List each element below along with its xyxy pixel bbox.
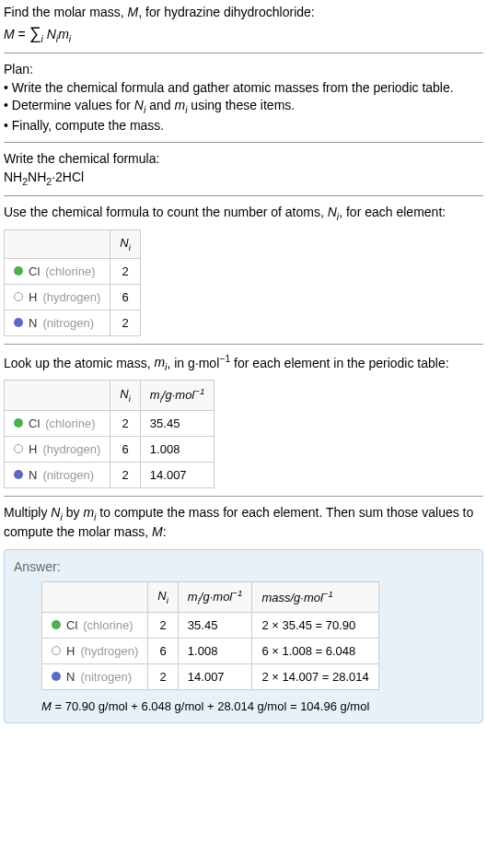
table-header-row: Ni [5, 229, 141, 258]
ni-cell: 2 [110, 410, 141, 436]
ni-cell: 2 [148, 663, 179, 689]
element-cell: N (nitrogen) [42, 663, 148, 689]
plan-title: Plan: [4, 61, 483, 79]
element-dot-icon [52, 620, 61, 629]
element-cell: N (nitrogen) [5, 462, 110, 487]
table-header-ni: Ni [110, 380, 141, 410]
element-cell: Cl (chlorine) [5, 258, 110, 284]
table-row: Cl (chlorine) 2 35.45 2 × 35.45 = 70.90 [42, 612, 379, 638]
table-header-empty [5, 380, 110, 410]
element-dot-icon [52, 672, 61, 681]
ni-cell: 2 [110, 462, 141, 487]
table-header-empty [5, 229, 110, 258]
answer-label: Answer: [14, 559, 473, 574]
lookup-table: Ni mi/g·mol−1 Cl (chlorine) 2 35.45 H (h… [4, 380, 215, 488]
ni-cell: 2 [148, 612, 179, 638]
multiply-text: Multiply Ni by mi to compute the mass fo… [4, 504, 483, 542]
plan-item: • Write the chemical formula and gather … [4, 79, 483, 98]
element-cell: N (nitrogen) [5, 310, 110, 335]
table-header-mass: mass/g·mol−1 [252, 581, 378, 612]
answer-box: Answer: Ni mi/g·mol−1 mass/g·mol−1 Cl (c… [4, 549, 483, 723]
table-row: N (nitrogen) 2 14.007 [5, 462, 215, 487]
divider [4, 344, 483, 345]
table-header-row: Ni mi/g·mol−1 mass/g·mol−1 [42, 581, 379, 612]
table-row: H (hydrogen) 6 1.008 [5, 436, 215, 462]
element-cell: H (hydrogen) [5, 436, 110, 462]
table-header-mi: mi/g·mol−1 [140, 380, 215, 410]
count-section: Use the chemical formula to count the nu… [4, 204, 483, 335]
intro-line: Find the molar mass, M, for hydrazine di… [4, 4, 483, 22]
ni-cell: 2 [110, 258, 141, 284]
element-cell: H (hydrogen) [5, 284, 110, 310]
table-row: H (hydrogen) 6 1.008 6 × 1.008 = 6.048 [42, 638, 379, 663]
ni-cell: 6 [110, 436, 141, 462]
table-row: N (nitrogen) 2 14.007 2 × 14.007 = 28.01… [42, 663, 379, 689]
divider [4, 496, 483, 497]
answer-table: Ni mi/g·mol−1 mass/g·mol−1 Cl (chlorine)… [41, 581, 379, 690]
multiply-section: Multiply Ni by mi to compute the mass fo… [4, 504, 483, 542]
count-table: Ni Cl (chlorine) 2 H (hydrogen) 6 N (nit… [4, 229, 141, 336]
element-dot-icon [52, 646, 61, 655]
table-header-ni: Ni [110, 229, 141, 258]
formula-title: Write the chemical formula: [4, 150, 483, 169]
count-title: Use the chemical formula to count the nu… [4, 204, 483, 223]
lookup-title: Look up the atomic mass, mi, in g·mol−1 … [4, 352, 483, 374]
mi-cell: 1.008 [178, 638, 252, 663]
table-row: N (nitrogen) 2 [5, 310, 141, 335]
divider [4, 142, 483, 143]
formula-section: Write the chemical formula: NH2NH2·2HCl [4, 150, 483, 188]
lookup-section: Look up the atomic mass, mi, in g·mol−1 … [4, 352, 483, 488]
mass-cell: 6 × 1.008 = 6.048 [252, 638, 378, 663]
table-row: Cl (chlorine) 2 [5, 258, 141, 284]
element-cell: Cl (chlorine) [5, 410, 110, 436]
plan-item: • Finally, compute the mass. [4, 117, 483, 135]
element-dot-icon [14, 266, 23, 276]
mass-cell: 2 × 14.007 = 28.014 [252, 663, 378, 689]
mi-cell: 14.007 [140, 462, 215, 487]
table-header-empty [42, 581, 148, 612]
element-dot-icon [14, 292, 23, 301]
table-row: H (hydrogen) 6 [5, 284, 141, 310]
element-dot-icon [14, 418, 23, 428]
final-answer: M = 70.90 g/mol + 6.048 g/mol + 28.014 g… [41, 699, 473, 713]
mi-cell: 1.008 [140, 436, 215, 462]
intro-section: Find the molar mass, M, for hydrazine di… [4, 4, 483, 45]
table-header-mi: mi/g·mol−1 [178, 581, 252, 612]
mi-cell: 35.45 [178, 612, 252, 638]
intro-formula: M = ∑i Nimi [4, 22, 483, 45]
mi-cell: 14.007 [178, 663, 252, 689]
ni-cell: 6 [110, 284, 141, 310]
divider [4, 195, 483, 196]
plan-item: • Determine values for Ni and mi using t… [4, 97, 483, 116]
element-dot-icon [14, 318, 23, 327]
table-row: Cl (chlorine) 2 35.45 [5, 410, 215, 436]
table-header-ni: Ni [148, 581, 179, 612]
element-dot-icon [14, 444, 23, 453]
element-cell: Cl (chlorine) [42, 612, 148, 638]
divider [4, 53, 483, 53]
mi-cell: 35.45 [140, 410, 215, 436]
mass-cell: 2 × 35.45 = 70.90 [252, 612, 378, 638]
element-cell: H (hydrogen) [42, 638, 148, 663]
element-dot-icon [14, 470, 23, 479]
plan-section: Plan: • Write the chemical formula and g… [4, 61, 483, 135]
ni-cell: 2 [110, 310, 141, 335]
table-header-row: Ni mi/g·mol−1 [5, 380, 215, 410]
chemical-formula: NH2NH2·2HCl [4, 169, 483, 188]
ni-cell: 6 [148, 638, 179, 663]
